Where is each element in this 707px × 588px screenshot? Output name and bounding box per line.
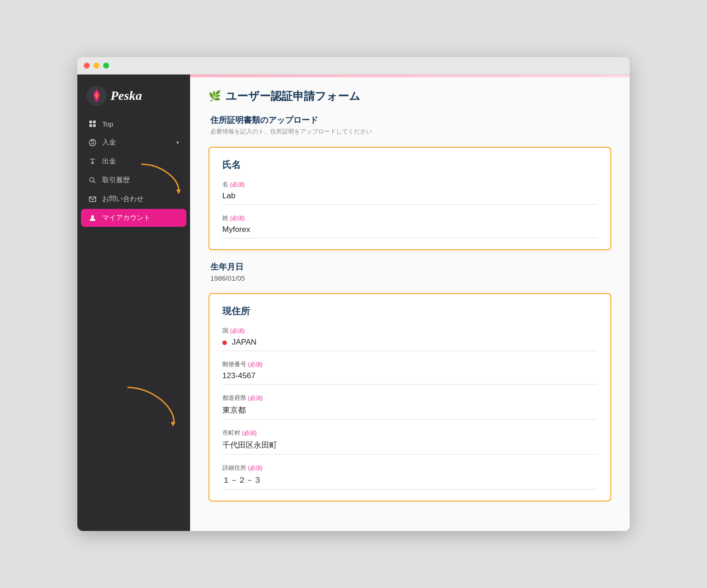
sidebar: Peska Top bbox=[77, 75, 190, 531]
nav-label-history: 取引履歴 bbox=[102, 176, 130, 184]
sidebar-item-deposit[interactable]: 入金 ▾ bbox=[81, 133, 186, 151]
upload-section-title: 住所証明書類のアップロード bbox=[210, 115, 609, 126]
country-flag-icon bbox=[222, 340, 227, 345]
leaf-icon: 🌿 bbox=[209, 90, 221, 102]
first-name-field: 名 (必須) Lab bbox=[222, 180, 597, 205]
close-button[interactable] bbox=[84, 63, 90, 69]
sidebar-item-account[interactable]: マイアカウント bbox=[81, 209, 186, 227]
birthday-value: 1986/01/05 bbox=[210, 274, 609, 282]
nav-label-contact: お問い合わせ bbox=[102, 195, 144, 203]
logo-icon bbox=[87, 86, 107, 106]
svg-rect-3 bbox=[93, 121, 96, 123]
grid-icon bbox=[88, 120, 97, 128]
last-name-field: 姓 (必須) Myforex bbox=[222, 214, 597, 238]
svg-rect-5 bbox=[93, 124, 96, 127]
detail-address-value[interactable]: １－２－３ bbox=[222, 475, 597, 490]
deposit-icon bbox=[88, 138, 97, 147]
svg-rect-2 bbox=[89, 121, 92, 123]
city-label: 市町村 (必須) bbox=[222, 429, 597, 437]
svg-point-1 bbox=[94, 99, 99, 102]
address-card: 現住所 国 (必須) JAPAN 郵便番号 (必須 bbox=[209, 293, 611, 502]
app-body: Peska Top bbox=[77, 75, 630, 531]
svg-point-6 bbox=[89, 139, 96, 146]
search-icon bbox=[88, 176, 97, 184]
chevron-down-icon: ▾ bbox=[176, 139, 179, 146]
city-required: (必須) bbox=[242, 430, 257, 436]
country-label: 国 (必須) bbox=[222, 327, 597, 335]
withdraw-icon bbox=[88, 157, 97, 166]
svg-rect-4 bbox=[89, 124, 92, 127]
prefecture-value[interactable]: 東京都 bbox=[222, 405, 597, 420]
user-icon bbox=[88, 214, 97, 222]
first-name-value[interactable]: Lab bbox=[222, 191, 597, 205]
last-name-value[interactable]: Myforex bbox=[222, 225, 597, 238]
titlebar bbox=[77, 57, 630, 75]
birthday-title: 生年月日 bbox=[210, 261, 609, 272]
name-card: 氏名 名 (必須) Lab 姓 (必須) Myforex bbox=[209, 147, 611, 250]
top-accent-bar bbox=[190, 75, 630, 77]
last-name-label: 姓 (必須) bbox=[222, 214, 597, 222]
main-content: 🌿 ユーザー認証申請フォーム 住所証明書類のアップロード 必要情報を記入のト、住… bbox=[190, 75, 630, 531]
detail-address-field: 詳細住所 (必須) １－２－３ bbox=[222, 464, 597, 490]
sidebar-item-withdraw[interactable]: 出金 bbox=[81, 152, 186, 170]
svg-point-12 bbox=[91, 215, 94, 218]
city-value[interactable]: 千代田区永田町 bbox=[222, 440, 597, 455]
minimize-button[interactable] bbox=[93, 63, 99, 69]
svg-line-10 bbox=[93, 181, 95, 183]
nav-items: Top 入金 ▾ bbox=[77, 115, 190, 227]
sidebar-item-top[interactable]: Top bbox=[81, 115, 186, 133]
birthday-section: 生年月日 1986/01/05 bbox=[209, 261, 611, 282]
detail-address-required: (必須) bbox=[248, 465, 263, 471]
last-name-required: (必須) bbox=[230, 215, 245, 221]
city-field: 市町村 (必須) 千代田区永田町 bbox=[222, 429, 597, 455]
svg-marker-14 bbox=[171, 422, 175, 427]
page-title: 🌿 ユーザー認証申請フォーム bbox=[209, 89, 611, 104]
sidebar-item-contact[interactable]: お問い合わせ bbox=[81, 190, 186, 208]
upload-section-subtitle: 必要情報を記入のト、住所証明をアップロードしてください bbox=[210, 127, 609, 136]
country-value[interactable]: JAPAN bbox=[222, 338, 597, 351]
address-card-title: 現住所 bbox=[222, 305, 597, 317]
postal-code-label: 郵便番号 (必須) bbox=[222, 360, 597, 369]
prefecture-label: 都道府県 (必須) bbox=[222, 394, 597, 402]
country-field: 国 (必須) JAPAN bbox=[222, 327, 597, 351]
detail-address-label: 詳細住所 (必須) bbox=[222, 464, 597, 472]
logo-text: Peska bbox=[110, 88, 142, 103]
app-window: Peska Top bbox=[77, 57, 630, 531]
mail-icon bbox=[88, 195, 97, 203]
prefecture-field: 都道府県 (必須) 東京都 bbox=[222, 394, 597, 420]
nav-label-deposit: 入金 bbox=[102, 138, 116, 147]
postal-code-field: 郵便番号 (必須) 123-4567 bbox=[222, 360, 597, 385]
postal-code-value[interactable]: 123-4567 bbox=[222, 371, 597, 385]
nav-label-withdraw: 出金 bbox=[102, 157, 116, 166]
svg-point-9 bbox=[90, 178, 94, 182]
first-name-label: 名 (必須) bbox=[222, 180, 597, 189]
postal-code-required: (必須) bbox=[248, 361, 263, 368]
logo-area: Peska bbox=[77, 75, 190, 115]
nav-label-account: マイアカウント bbox=[102, 213, 151, 222]
first-name-required: (必須) bbox=[230, 181, 245, 188]
nav-label-top: Top bbox=[102, 120, 113, 128]
upload-section: 住所証明書類のアップロード 必要情報を記入のト、住所証明をアップロードしてくださ… bbox=[209, 115, 611, 136]
maximize-button[interactable] bbox=[103, 63, 109, 69]
name-card-title: 氏名 bbox=[222, 159, 597, 171]
sidebar-item-history[interactable]: 取引履歴 bbox=[81, 171, 186, 189]
country-required: (必須) bbox=[230, 328, 245, 334]
arrow-annotation-2 bbox=[114, 383, 183, 429]
prefecture-required: (必須) bbox=[248, 395, 263, 401]
